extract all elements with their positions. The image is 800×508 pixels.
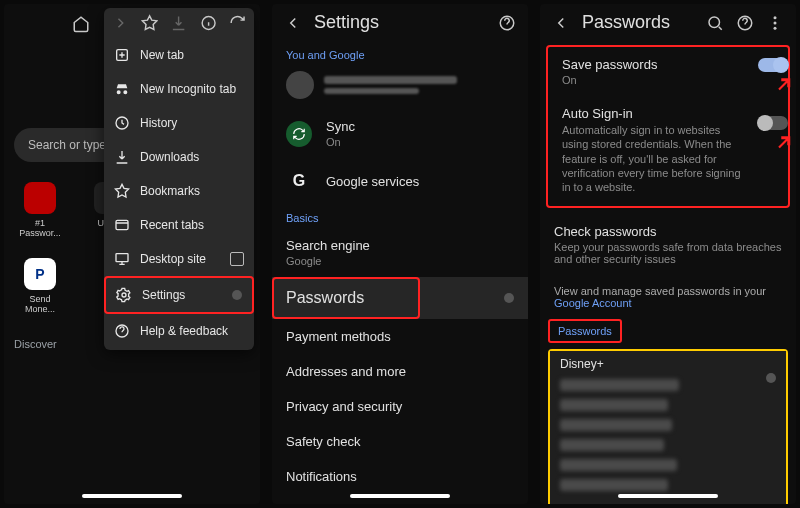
star-icon	[114, 183, 130, 199]
menu-desktop-site[interactable]: Desktop site	[104, 242, 254, 276]
check-passwords-row[interactable]: Check passwords Keep your passwords safe…	[540, 214, 796, 275]
addresses-row[interactable]: Addresses and more	[272, 354, 528, 389]
auto-signin-row[interactable]: Auto Sign-in Automatically sign in to we…	[548, 96, 788, 204]
passwords-section-header: Passwords	[548, 319, 622, 343]
back-icon[interactable]	[284, 14, 302, 32]
download-icon[interactable]	[170, 14, 187, 32]
section-you-google: You and Google	[272, 41, 528, 65]
shortcut-item[interactable]: PSend Mone...	[18, 258, 62, 314]
back-icon[interactable]	[552, 14, 570, 32]
auto-signin-toggle[interactable]	[758, 116, 788, 130]
help-icon[interactable]	[736, 14, 754, 32]
google-account-link[interactable]: Google Account	[554, 297, 632, 309]
svg-rect-2	[116, 220, 128, 229]
info-icon[interactable]	[200, 14, 217, 32]
menu-history[interactable]: History	[104, 106, 254, 140]
gear-icon	[116, 287, 132, 303]
view-manage-row[interactable]: View and manage saved passwords in your …	[540, 275, 796, 319]
notifications-row[interactable]: Notifications	[272, 459, 528, 494]
passwords-row[interactable]: Passwords	[272, 277, 528, 319]
svg-point-9	[774, 16, 777, 19]
overflow-menu: New tab New Incognito tab History Downlo…	[104, 8, 254, 350]
save-passwords-toggle[interactable]	[758, 58, 788, 72]
credential-redacted	[560, 439, 664, 451]
account-name-redacted	[324, 76, 457, 84]
download-icon	[114, 149, 130, 165]
blur-dot	[232, 290, 242, 300]
settings-header: Settings	[272, 4, 528, 41]
search-engine-row[interactable]: Search engine Google	[272, 228, 528, 277]
star-icon[interactable]	[141, 14, 158, 32]
menu-bookmarks[interactable]: Bookmarks	[104, 174, 254, 208]
credential-redacted	[560, 459, 677, 471]
desktop-icon	[114, 251, 130, 267]
blur-dot	[504, 293, 514, 303]
save-passwords-row[interactable]: Save passwords On	[548, 47, 788, 96]
credential-redacted	[560, 379, 679, 391]
home-icon[interactable]	[72, 15, 90, 33]
page-title: Passwords	[582, 12, 694, 33]
history-icon	[114, 115, 130, 131]
annotation-arrow	[776, 134, 794, 152]
search-icon[interactable]	[706, 14, 724, 32]
home-indicator[interactable]	[618, 494, 718, 498]
account-email-redacted	[324, 88, 419, 94]
home-indicator[interactable]	[350, 494, 450, 498]
plus-icon	[114, 47, 130, 63]
refresh-icon[interactable]	[229, 14, 246, 32]
svg-rect-3	[116, 254, 128, 262]
credential-redacted	[560, 399, 668, 411]
phone-panel-3: Passwords Save passwords On Auto Sign-in…	[540, 4, 796, 504]
menu-recent-tabs[interactable]: Recent tabs	[104, 208, 254, 242]
google-services-row[interactable]: G Google services	[272, 158, 528, 204]
menu-incognito[interactable]: New Incognito tab	[104, 72, 254, 106]
google-g-icon: G	[286, 168, 312, 194]
avatar	[286, 71, 314, 99]
safety-check-row[interactable]: Safety check	[272, 424, 528, 459]
menu-top-icons	[104, 8, 254, 38]
annotation-arrow	[776, 76, 794, 94]
help-icon[interactable]	[498, 14, 516, 32]
menu-help[interactable]: Help & feedback	[104, 314, 254, 348]
menu-downloads[interactable]: Downloads	[104, 140, 254, 174]
payment-methods-row[interactable]: Payment methods	[272, 319, 528, 354]
saved-password-item[interactable]: Disney+	[550, 351, 786, 504]
toolbar	[10, 6, 100, 42]
svg-point-11	[774, 26, 777, 29]
sync-row[interactable]: Sync On	[272, 109, 528, 158]
incognito-icon	[114, 81, 130, 97]
saved-site-name: Disney+	[560, 357, 776, 371]
menu-new-tab[interactable]: New tab	[104, 38, 254, 72]
shortcut-item[interactable]: #1 Passwor...	[18, 182, 62, 238]
credential-redacted	[560, 479, 668, 491]
phone-panel-1: G Search or type web address #1 Passwor.…	[4, 4, 260, 504]
svg-point-10	[774, 21, 777, 24]
phone-panel-2: Settings You and Google Sync On G Google…	[272, 4, 528, 504]
forward-icon[interactable]	[112, 14, 129, 32]
highlight-save-auto: Save passwords On Auto Sign-in Automatic…	[546, 45, 790, 208]
highlight-saved-list: Disney+	[548, 349, 788, 504]
svg-point-4	[122, 293, 126, 297]
credential-redacted	[560, 419, 672, 431]
svg-point-7	[709, 17, 720, 28]
section-basics: Basics	[272, 204, 528, 228]
privacy-row[interactable]: Privacy and security	[272, 389, 528, 424]
sync-icon	[286, 121, 312, 147]
menu-settings[interactable]: Settings	[104, 276, 254, 314]
desktop-site-checkbox[interactable]	[230, 252, 244, 266]
recent-tabs-icon	[114, 217, 130, 233]
home-indicator[interactable]	[82, 494, 182, 498]
help-icon	[114, 323, 130, 339]
page-title: Settings	[314, 12, 486, 33]
passwords-header: Passwords	[540, 4, 796, 41]
account-row[interactable]	[272, 65, 528, 109]
blur-dot	[766, 373, 776, 383]
more-icon[interactable]	[766, 14, 784, 32]
